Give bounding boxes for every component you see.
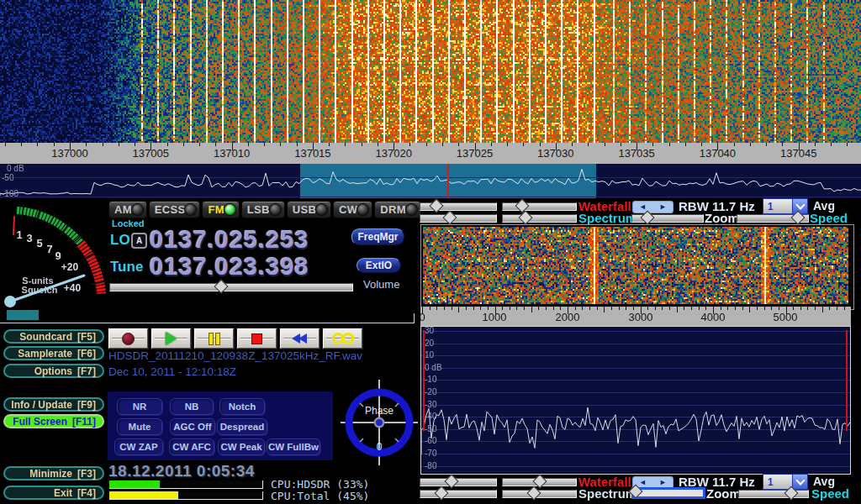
scale-label: 137000 [51,147,87,160]
scale-tick [619,307,620,310]
sidebar-button-soundcard[interactable]: Soundcard[F5] [3,329,104,344]
zoom-slider[interactable] [631,214,704,223]
phase-dial[interactable]: Phase 0 [338,378,422,467]
tune-frequency-marker[interactable] [447,164,449,198]
spectrum-brightness-slider-2[interactable] [420,490,497,498]
avg-count-select[interactable]: 1 [763,198,808,214]
speed-slider-2[interactable] [738,490,809,498]
squelch-indicator[interactable] [7,310,39,320]
mode-button-fm[interactable]: FM [202,201,239,218]
mode-button-drm[interactable]: DRM [374,201,421,218]
audio-waterfall-panel[interactable] [420,224,854,310]
dsp-button-nr[interactable]: NR [117,398,162,415]
spectrum-contrast-slider[interactable] [502,214,577,223]
mode-led-icon [185,204,196,215]
stop-button[interactable] [237,328,277,349]
dsp-button-cw-zap[interactable]: CW ZAP [114,438,163,455]
scale-tick [684,307,684,310]
dsp-button-nb[interactable]: NB [170,398,214,415]
scale-label: 137035 [618,147,654,160]
spin-left-icon[interactable]: ◄ [639,479,647,486]
waterfall-brightness-slider[interactable] [420,202,497,211]
dsp-button-cw-afc[interactable]: CW AFC [169,438,214,455]
scale-tick [691,307,692,310]
main-frequency-scale[interactable]: 1370001370051370101370151370201370251370… [0,143,861,164]
waterfall-contrast-slider[interactable] [502,202,577,211]
scale-tick [297,143,298,146]
phase-label: Phase [365,405,394,417]
mode-button-cw[interactable]: CW [333,201,372,218]
scale-tick [771,307,772,310]
audio-spectrum-display[interactable] [421,327,850,474]
audio-spectrum-panel[interactable]: 3020100 dB-10-20-30-40-50-60-70-80 [420,326,851,475]
avg-count-select-2[interactable]: 1 [763,474,808,490]
spin-right-icon[interactable]: ► [659,203,667,211]
mode-label: CW [339,203,357,216]
volume-slider[interactable] [109,283,353,291]
scale-tick [735,307,736,310]
scale-tick [677,307,678,312]
spectrum-contrast-slider-2[interactable] [502,490,577,498]
audio-waterfall-display[interactable] [423,227,848,304]
spectrum-label[interactable]: Spectrum [578,211,637,225]
spectrum-brightness-slider[interactable] [420,214,497,223]
waterfall-contrast-slider-2[interactable] [502,478,577,486]
mode-button-lsb[interactable]: LSB [241,201,285,218]
spectrum-right-marker [846,330,848,431]
extio-button[interactable]: ExtIO [357,258,401,273]
waterfall-brightness-slider-2[interactable] [420,478,497,486]
dsp-button-mute[interactable]: Mute [117,418,162,435]
avg-count-value: 1 [763,199,792,213]
speed-label-2: Speed [811,486,849,501]
play-icon [166,332,177,345]
rbw-spinner[interactable]: ◄ ► [632,201,673,213]
sidebar-button-samplerate[interactable]: Samplerate[F6] [3,346,104,360]
scale-tick [167,143,168,146]
main-spectrum-display[interactable]: 0 dB -50 -100 [0,164,861,198]
scale-tick [588,143,589,146]
scale-tick [685,143,686,146]
spectrum-label-2[interactable]: Spectrum [578,486,637,501]
dsp-button-despread[interactable]: Despread [217,418,267,435]
scale-tick [597,307,598,310]
sidebar-button-label: Info / Update [11,399,72,411]
sidebar-button-info-update[interactable]: Info / Update[F9] [3,397,104,412]
dsp-button-cw-peak[interactable]: CW Peak [218,438,265,455]
play-button[interactable] [151,328,191,349]
spin-right-icon[interactable]: ► [659,479,667,486]
pause-button[interactable] [194,328,234,349]
main-spectrum-canvas[interactable] [0,164,861,198]
sidebar-button-full-screen[interactable]: Full Screen[F11] [3,414,104,428]
dsp-button-agc-off[interactable]: AGC Off [170,418,215,435]
dsp-button-cw-fullbw[interactable]: CW FullBw [267,438,320,455]
scale-tick [699,307,700,310]
audio-frequency-scale[interactable]: 010002000300040005000 [420,307,851,326]
tune-frequency-value[interactable]: 0137.023.398 [150,253,309,281]
phase-center-dot [376,419,383,426]
freqmgr-button[interactable]: FreqMgr [351,228,404,245]
record-button[interactable] [108,328,148,349]
mode-button-usb[interactable]: USB [287,201,331,218]
main-waterfall-display[interactable] [0,0,861,143]
spin-left-icon[interactable]: ◄ [639,203,647,211]
dsp-button-notch[interactable]: Notch [219,398,265,415]
sidebar-button-label: Full Screen [13,416,67,428]
sidebar-button-options[interactable]: Options[F7] [3,364,104,378]
rewind-icon [293,333,307,344]
loop-button[interactable] [323,328,362,349]
speed-slider[interactable] [737,214,809,223]
lo-a-badge[interactable]: A [131,233,147,249]
scale-tick [605,143,605,146]
rewind-button[interactable] [280,328,320,349]
sidebar-button-exit[interactable]: Exit[F4] [3,486,104,500]
scale-label: 5000 [774,311,798,323]
zoom-slider-2[interactable] [631,487,705,499]
scale-label: 137030 [537,147,573,160]
dropdown-arrow-icon[interactable] [792,199,807,213]
dropdown-arrow-icon[interactable] [792,475,807,489]
lo-frequency-value[interactable]: 0137.025.253 [150,226,309,254]
mode-button-am[interactable]: AM [108,201,147,218]
sidebar-button-minimize[interactable]: Minimize[F3] [3,466,104,480]
sidebar-button-key: [F6] [77,348,96,360]
mode-button-ecss[interactable]: ECSS [149,201,201,218]
